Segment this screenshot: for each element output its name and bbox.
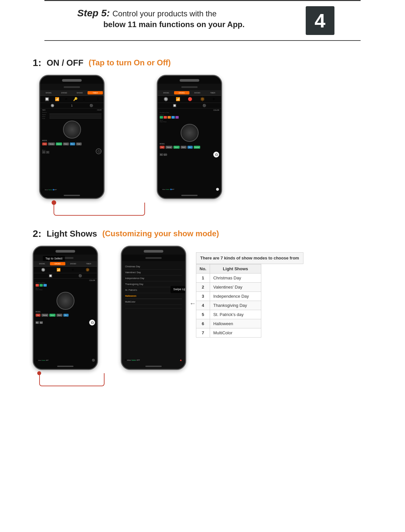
phone2-section1: SHOW1 SHOW1 SHOW3 TIMER 🔘 📶 🔴 🔆 ✳ (157, 75, 222, 199)
table-cell-no: 3 (196, 292, 210, 301)
section2: 2: Light Shows (Customizing your show mo… (20, 228, 385, 389)
table-cell-no: 2 (196, 283, 210, 292)
table-row: 6Halloween (196, 319, 261, 328)
table-cell-no: 4 (196, 301, 210, 310)
table-row: 2Valentines' Day (196, 283, 261, 292)
phone1-section1: SHOW1 SHOW2 SHOW3 TIMER 🔲 📶 ✳ 🔑 1 (39, 75, 105, 199)
table-row: 4Thanksgiving Day (196, 301, 261, 310)
table-cell-show: Independence Day (210, 292, 261, 301)
table-header-shows: Light Shows (210, 264, 261, 274)
table-cell-show: MultiColor (210, 328, 261, 338)
tap-to-select-callout: Tap to Select (43, 256, 65, 261)
table-row: 5St. Patrick's day (196, 310, 261, 319)
table-cell-no: 7 (196, 328, 210, 338)
table-cell-no: 1 (196, 274, 210, 283)
table-header-no: No. (196, 264, 210, 274)
step-title: Step 5: Control your products with the b… (77, 6, 244, 29)
table-row: 7MultiColor (196, 328, 261, 338)
table-row: 1Christmas Day (196, 274, 261, 283)
table-cell-show: Christmas Day (210, 274, 261, 283)
table-cell-no: 5 (196, 310, 210, 319)
table-cell-show: Thanksgiving Day (210, 301, 261, 310)
phone1-section2: SHOW1 SHOW2 SHOW3 TIMER 🔘 📶 ✳ 🔆 (33, 246, 98, 370)
step-number-badge: 4 (306, 6, 334, 35)
title-line2: below 11 main functions on your App. (77, 20, 244, 29)
step-label: Step 5: (77, 8, 110, 18)
section2-name: Light Shows (47, 229, 97, 239)
light-shows-table: There are 7 kinds of show modes to choos… (196, 252, 303, 338)
section1-subtitle: (Tap to turn On or Off) (89, 58, 171, 67)
phone2-section2: Christmas Day Valentines' Day Independen… (121, 246, 186, 370)
section2-subtitle: (Customizing your show mode) (102, 229, 219, 238)
table-row: 3Independence Day (196, 292, 261, 301)
section1-number: 1: (33, 57, 41, 68)
section1-name: ON / OFF (47, 58, 84, 68)
swipe-callout: Swipe Up or Down Sliding Selection (170, 286, 186, 293)
table-cell-show: Valentines' Day (210, 283, 261, 292)
title-line1: Control your products with the (112, 9, 217, 18)
table-cell-show: St. Patrick's day (210, 310, 261, 319)
table-cell-show: Halloween (210, 319, 261, 328)
table-cell-no: 6 (196, 319, 210, 328)
section2-number: 2: (33, 228, 41, 239)
section1: 1: ON / OFF (Tap to turn On or Off) SHOW… (20, 57, 385, 218)
